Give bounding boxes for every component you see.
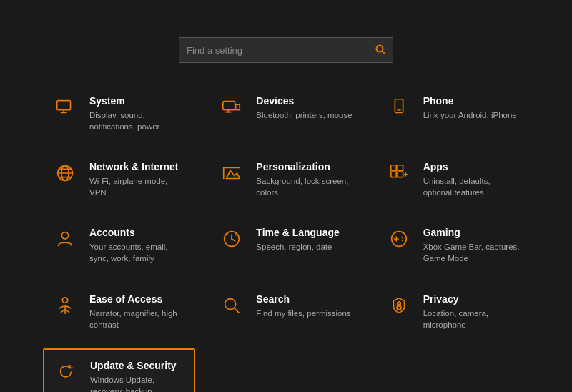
accounts-name: Accounts bbox=[89, 227, 186, 238]
accounts-desc: Your accounts, email, sync, work, family bbox=[89, 241, 186, 264]
apps-name: Apps bbox=[423, 161, 520, 172]
system-desc: Display, sound, notifications, power bbox=[89, 109, 186, 132]
settings-item-update[interactable]: Update & Security Windows Update, recove… bbox=[43, 348, 195, 392]
svg-rect-18 bbox=[390, 165, 396, 171]
svg-rect-20 bbox=[390, 172, 396, 177]
svg-line-40 bbox=[235, 308, 240, 313]
settings-item-gaming[interactable]: Gaming Xbox Game Bar, captures, Game Mod… bbox=[377, 216, 529, 275]
title-bar-controls bbox=[518, 6, 563, 17]
time-text: Time & Language Speech, region, date bbox=[256, 227, 339, 253]
svg-rect-6 bbox=[236, 104, 240, 110]
settings-item-personalization[interactable]: Personalization Background, lock screen,… bbox=[209, 150, 362, 209]
settings-item-ease[interactable]: Ease of Access Narrator, magnifier, high… bbox=[43, 283, 195, 341]
settings-item-devices[interactable]: Devices Bluetooth, printers, mouse bbox=[209, 84, 362, 143]
phone-text: Phone Link your Android, iPhone bbox=[423, 95, 517, 121]
phone-icon bbox=[386, 97, 412, 118]
privacy-text: Privacy Location, camera, microphone bbox=[423, 293, 520, 330]
update-text: Update & Security Windows Update, recove… bbox=[90, 360, 185, 392]
personalization-text: Personalization Background, lock screen,… bbox=[256, 161, 352, 198]
personalization-desc: Background, lock screen, colors bbox=[256, 175, 352, 198]
time-name: Time & Language bbox=[256, 227, 339, 238]
personalization-name: Personalization bbox=[256, 161, 352, 172]
svg-rect-9 bbox=[395, 99, 403, 113]
settings-item-system[interactable]: System Display, sound, notifications, po… bbox=[43, 84, 195, 143]
maximize-button[interactable] bbox=[535, 6, 546, 17]
apps-icon bbox=[386, 162, 412, 184]
system-icon bbox=[52, 97, 78, 118]
svg-point-24 bbox=[61, 232, 68, 239]
network-icon bbox=[52, 162, 78, 184]
svg-text:あ: あ bbox=[235, 233, 238, 237]
main-content: System Display, sound, notifications, po… bbox=[0, 37, 572, 392]
search-desc: Find my files, permissions bbox=[256, 308, 350, 319]
phone-desc: Link your Android, iPhone bbox=[423, 109, 517, 121]
gaming-desc: Xbox Game Bar, captures, Game Mode bbox=[423, 241, 520, 264]
settings-item-apps[interactable]: Apps Uninstall, defaults, optional featu… bbox=[377, 150, 529, 209]
apps-desc: Uninstall, defaults, optional features bbox=[423, 175, 520, 198]
settings-grid: System Display, sound, notifications, po… bbox=[43, 84, 529, 392]
privacy-name: Privacy bbox=[423, 293, 520, 305]
settings-item-time[interactable]: A あ Time & Language Speech, region, date bbox=[209, 216, 362, 275]
search-text: Search Find my files, permissions bbox=[256, 293, 350, 319]
personalization-icon bbox=[219, 162, 245, 184]
system-name: System bbox=[89, 95, 186, 107]
devices-icon bbox=[219, 97, 245, 118]
settings-item-phone[interactable]: Phone Link your Android, iPhone bbox=[377, 84, 529, 143]
settings-item-search[interactable]: Search Find my files, permissions bbox=[209, 283, 362, 341]
network-text: Network & Internet Wi-Fi, airplane mode,… bbox=[89, 161, 186, 198]
gaming-icon bbox=[386, 228, 412, 250]
network-name: Network & Internet bbox=[89, 161, 186, 172]
update-name: Update & Security bbox=[90, 360, 185, 371]
svg-point-33 bbox=[401, 237, 403, 238]
network-desc: Wi-Fi, airplane mode, VPN bbox=[89, 175, 186, 198]
svg-text:A: A bbox=[227, 233, 230, 237]
gaming-name: Gaming bbox=[423, 227, 520, 238]
accounts-icon bbox=[52, 228, 78, 250]
svg-rect-2 bbox=[57, 101, 71, 110]
update-desc: Windows Update, recovery, backup bbox=[90, 374, 185, 392]
ease-desc: Narrator, magnifier, high contrast bbox=[89, 308, 186, 330]
search-box[interactable] bbox=[179, 37, 393, 63]
devices-name: Devices bbox=[256, 95, 352, 107]
time-icon: A あ bbox=[219, 228, 245, 250]
devices-desc: Bluetooth, printers, mouse bbox=[256, 109, 352, 121]
settings-item-network[interactable]: Network & Internet Wi-Fi, airplane mode,… bbox=[43, 150, 195, 209]
accounts-text: Accounts Your accounts, email, sync, wor… bbox=[89, 227, 186, 264]
phone-name: Phone bbox=[423, 95, 517, 107]
search-icon bbox=[219, 295, 245, 316]
search-icon bbox=[375, 44, 385, 57]
minimize-button[interactable] bbox=[518, 6, 529, 17]
svg-rect-21 bbox=[398, 172, 403, 177]
apps-text: Apps Uninstall, defaults, optional featu… bbox=[423, 161, 520, 198]
close-button[interactable] bbox=[552, 6, 563, 17]
search-name: Search bbox=[256, 293, 350, 305]
settings-item-accounts[interactable]: Accounts Your accounts, email, sync, wor… bbox=[43, 216, 195, 275]
settings-item-privacy[interactable]: Privacy Location, camera, microphone bbox=[377, 283, 529, 341]
privacy-desc: Location, camera, microphone bbox=[423, 308, 520, 330]
privacy-icon bbox=[386, 295, 412, 316]
update-icon bbox=[53, 361, 79, 383]
svg-rect-19 bbox=[398, 165, 403, 171]
devices-text: Devices Bluetooth, printers, mouse bbox=[256, 95, 352, 121]
system-text: System Display, sound, notifications, po… bbox=[89, 95, 186, 132]
svg-line-1 bbox=[383, 51, 385, 54]
time-desc: Speech, region, date bbox=[256, 241, 339, 253]
svg-point-43 bbox=[397, 301, 400, 305]
svg-point-35 bbox=[62, 297, 68, 303]
search-container bbox=[43, 37, 529, 63]
ease-icon bbox=[52, 295, 78, 316]
ease-name: Ease of Access bbox=[89, 293, 186, 305]
ease-text: Ease of Access Narrator, magnifier, high… bbox=[89, 293, 186, 330]
svg-line-27 bbox=[232, 239, 235, 241]
svg-point-34 bbox=[401, 240, 403, 241]
svg-rect-5 bbox=[223, 102, 235, 110]
title-bar bbox=[0, 0, 572, 23]
search-input[interactable] bbox=[187, 45, 370, 56]
gaming-text: Gaming Xbox Game Bar, captures, Game Mod… bbox=[423, 227, 520, 264]
